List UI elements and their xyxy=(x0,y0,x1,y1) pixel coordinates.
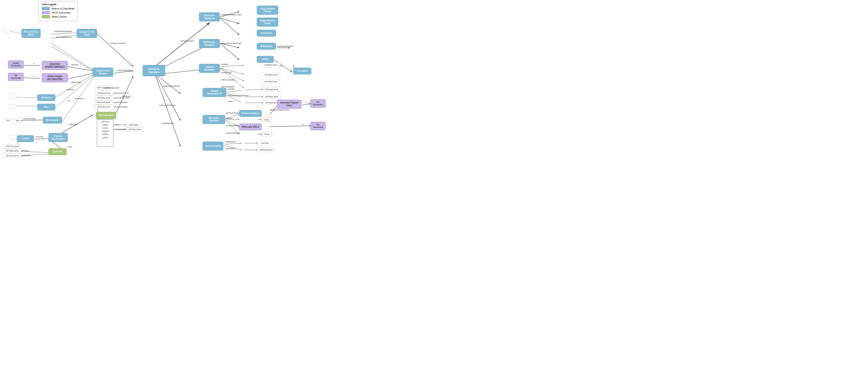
svg-line-10 xyxy=(220,43,239,60)
analysis-label: Analysis xyxy=(41,96,51,99)
svg-line-111 xyxy=(35,139,50,139)
svg-text:vcfChrom: vcfChrom xyxy=(101,121,110,123)
svg-line-147 xyxy=(116,125,126,125)
svg-line-12 xyxy=(274,60,292,72)
biosample-label: Biosample xyxy=(46,118,59,122)
svg-rect-23 xyxy=(262,73,280,77)
svg-text:rdf:PlainLiteral: rdf:PlainLiteral xyxy=(264,87,277,90)
svg-text:alternateBases: alternateBases xyxy=(221,86,235,88)
legend-title: Color Legend xyxy=(42,3,74,6)
allele-origin-node: Allele Origin (SO:0001762) xyxy=(42,73,68,82)
molecular-variation-node: Molecular Variation xyxy=(199,39,220,48)
svg-text:genomicFeatureClass: genomicFeatureClass xyxy=(270,109,290,111)
geno-taxonomy-node: GENO Taxonomy xyxy=(8,60,24,69)
genomic-feature-class-label: Genomic Feature Class xyxy=(279,101,299,107)
svg-text:rdf:PlainLiteral: rdf:PlainLiteral xyxy=(97,106,110,108)
svg-text:a: a xyxy=(33,75,34,77)
svg-text:a: a xyxy=(33,62,34,65)
svg-rect-144 xyxy=(126,123,141,127)
svg-line-168 xyxy=(16,120,43,121)
variant-level-data-label: Variant Level Data xyxy=(79,30,95,36)
svg-rect-44 xyxy=(263,95,280,99)
svg-text:variantType: variantType xyxy=(221,71,232,74)
svg-line-49 xyxy=(245,97,263,97)
svg-text:rdf:PlainLiteral: rdf:PlainLiteral xyxy=(128,128,141,131)
svg-text:transcriptHGVSID: transcriptHGVSID xyxy=(114,97,130,99)
variant-alternative-id-node: Variant Alternative ID xyxy=(203,88,226,97)
cohort-node: Cohort xyxy=(17,135,34,142)
svg-text:vcfRecord: vcfRecord xyxy=(122,95,131,97)
case-level-variant-label: Case Level Variant xyxy=(95,69,111,75)
svg-text:rdf:PlainLiteral: rdf:PlainLiteral xyxy=(97,101,110,103)
copy-number-count-label: Copy Number Count xyxy=(259,20,276,25)
svg-rect-166 xyxy=(9,120,16,124)
svg-line-38 xyxy=(227,95,241,103)
svg-text:...: ... xyxy=(6,30,8,32)
svg-line-83 xyxy=(97,34,133,67)
vcf-record-node: VCF Record xyxy=(96,112,116,119)
svg-text:genomicFeature: genomicFeature xyxy=(226,112,241,114)
svg-line-9 xyxy=(220,43,239,48)
svg-rect-138 xyxy=(95,100,112,104)
so-taxonomy-node-2: SO Taxonomy xyxy=(310,99,326,108)
svg-text:vcfQual: vcfQual xyxy=(102,130,109,132)
svg-text:variantAlternativeID: variantAlternativeID xyxy=(162,85,180,87)
svg-text:geneId: geneId xyxy=(226,117,232,120)
svg-rect-135 xyxy=(95,96,112,100)
svg-line-8 xyxy=(220,18,239,35)
svg-text:...: ... xyxy=(12,121,14,123)
svg-line-32 xyxy=(156,74,181,121)
swatch-purple xyxy=(42,11,50,14)
so-taxonomy-label-1: SO Taxonomy xyxy=(10,74,22,79)
svg-line-15 xyxy=(220,68,244,81)
vcf-record-label: VCF Record xyxy=(99,114,113,117)
svg-rect-128 xyxy=(95,86,112,90)
svg-text:xsd:dateTime: xsd:dateTime xyxy=(6,119,18,122)
svg-text:xsd:float: xsd:float xyxy=(261,142,269,144)
legacy-variation-label: Legacy Variation xyxy=(201,65,218,71)
svg-text:...: ... xyxy=(13,95,16,98)
svg-text:rdf:PlainLiteral: rdf:PlainLiteral xyxy=(265,102,278,104)
svg-line-97 xyxy=(24,78,40,78)
svg-text:rdf:PlainLiteral: rdf:PlainLiteral xyxy=(97,92,110,94)
copy-number-change-node: Copy Number Change xyxy=(257,6,278,15)
molecular-variation-type-label: molecularVariationType xyxy=(221,42,242,44)
svg-text:referenceBases: referenceBases xyxy=(221,79,236,81)
patient-node: Patient bto:Patient xyxy=(49,133,68,142)
run-node: Run xyxy=(37,104,55,110)
svg-line-13 xyxy=(220,65,244,67)
svg-text:string: string xyxy=(264,118,269,121)
case-level-variant-node: Case Level Variant xyxy=(93,68,113,77)
svg-text:vcfAlt: vcfAlt xyxy=(103,127,108,129)
svg-rect-68 xyxy=(262,132,272,136)
svg-line-52 xyxy=(226,119,239,120)
svg-text:aminoChanges: aminoChanges xyxy=(226,132,240,134)
genomic-feature-node: Genomic Feature xyxy=(239,110,262,117)
svg-line-51 xyxy=(226,114,239,118)
svg-rect-75 xyxy=(257,141,273,145)
legend-item-green: Added Classes xyxy=(42,15,74,18)
svg-rect-105 xyxy=(3,118,21,123)
svg-text:caseLevelData: caseLevelData xyxy=(117,69,130,71)
svg-text:rdf:PlainLiteral: rdf:PlainLiteral xyxy=(265,96,278,98)
molecular-attribute-label: Molecular Attribute xyxy=(205,117,223,122)
svg-rect-132 xyxy=(95,91,112,95)
svg-line-72 xyxy=(224,145,241,150)
svg-line-48 xyxy=(245,90,263,90)
biosample-node: Biosample xyxy=(43,117,62,124)
allele-label: Allele xyxy=(262,58,269,61)
svg-line-16 xyxy=(220,68,244,88)
color-legend: Color Legend Beacon v2 Data Model SKOS T… xyxy=(38,1,78,21)
svg-line-54 xyxy=(226,121,239,134)
so-taxonomy-label-3: SO Taxonomy xyxy=(312,124,323,129)
svg-line-81 xyxy=(114,71,133,73)
svg-text:biosample: biosample xyxy=(74,97,84,100)
molecular-attribute-node: Molecular Attribute xyxy=(203,115,225,124)
svg-text:rdf:PlainLiteral: rdf:PlainLiteral xyxy=(6,150,19,152)
svg-text:a: a xyxy=(302,123,304,125)
svg-text:proteinHGVSID: proteinHGVSID xyxy=(114,101,128,103)
run-label: Run xyxy=(44,105,49,108)
variant-quality-label: Variant Quality xyxy=(205,145,221,147)
legend-item-blue: Beacon v2 Data Model xyxy=(42,7,74,10)
svg-text:zygosity: zygosity xyxy=(71,64,79,66)
